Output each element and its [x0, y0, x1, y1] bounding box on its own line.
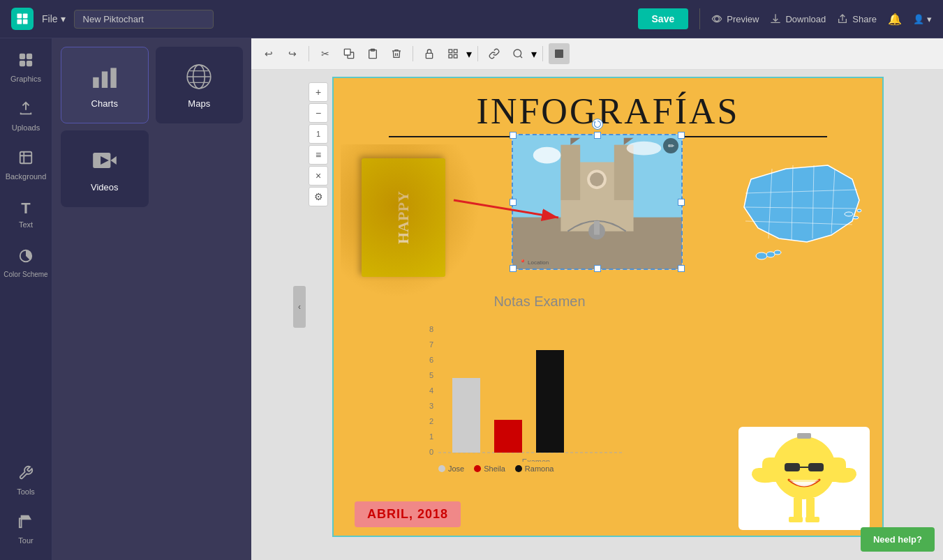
svg-rect-2	[17, 20, 22, 24]
panel-card-maps[interactable]: Maps	[156, 47, 244, 123]
topbar-right: Save Preview Download Share 🔔 👤▾	[638, 8, 932, 29]
svg-rect-6	[27, 54, 31, 59]
notifications-bell[interactable]: 🔔	[888, 13, 902, 26]
sidebar-label-color-scheme: Color Scheme	[3, 271, 47, 278]
lightbulb-area	[738, 427, 870, 530]
align-button[interactable]: ≡	[309, 145, 328, 165]
maps-icon	[184, 62, 214, 91]
search-button[interactable]	[507, 43, 528, 64]
svg-point-61	[774, 250, 781, 255]
bar-chart-svg: 0 1 2 3 4 5 6 7 8 9	[417, 315, 627, 462]
preview-button[interactable]: Preview	[711, 13, 759, 24]
svg-text:Examen: Examen	[522, 457, 550, 462]
save-button[interactable]: Save	[638, 8, 689, 29]
paste-button[interactable]	[362, 43, 383, 64]
spain-map-svg	[730, 151, 870, 270]
canvas-wrapper[interactable]: + − 1 ≡ × ⚙ ‹ INFOGRAFÍAS	[251, 70, 943, 560]
grid-button[interactable]	[443, 43, 463, 64]
share-button[interactable]: Share	[837, 13, 877, 24]
canvas-container: + − 1 ≡ × ⚙ ‹ INFOGRAFÍAS	[306, 77, 889, 537]
legend-label-ramona: Ramona	[525, 464, 554, 473]
cut-button[interactable]: ✂	[315, 43, 336, 64]
legend-ramona: Ramona	[515, 464, 554, 473]
maps-label: Maps	[188, 98, 210, 109]
sidebar-item-background[interactable]: Background	[2, 142, 50, 189]
canvas-left-controls: + − 1 ≡ × ⚙	[306, 77, 331, 212]
arrow-pointer	[447, 186, 569, 228]
svg-rect-87	[789, 517, 803, 522]
settings-button[interactable]: ⚙	[309, 187, 328, 206]
canvas-editor: ↩ ↪ ✂ ▾	[251, 38, 943, 560]
svg-text:1: 1	[429, 432, 433, 441]
frame-button[interactable]	[549, 43, 570, 64]
legend-dot-jose	[438, 465, 445, 472]
svg-point-47	[627, 142, 662, 156]
sidebar-item-text[interactable]: T Text	[2, 190, 50, 238]
svg-line-51	[454, 200, 558, 218]
tools-icon	[18, 465, 34, 485]
svg-rect-29	[454, 50, 457, 53]
undo-button[interactable]: ↩	[258, 43, 279, 64]
sidebar-label-graphics: Graphics	[10, 75, 41, 83]
sidebar-item-tour[interactable]: Tour	[2, 506, 50, 553]
filename-input[interactable]	[74, 10, 214, 29]
abril-badge: ABRIL, 2018	[355, 501, 461, 527]
download-button[interactable]: Download	[770, 13, 826, 24]
svg-rect-28	[449, 50, 452, 53]
infographic-canvas[interactable]: INFOGRAFÍAS HAPPY	[332, 77, 884, 537]
svg-rect-85	[794, 498, 802, 519]
legend-dot-ramona	[515, 465, 522, 472]
svg-point-32	[514, 50, 521, 57]
lock-button[interactable]	[419, 43, 440, 64]
sidebar-item-graphics[interactable]: Graphics	[2, 44, 50, 91]
svg-marker-21	[110, 156, 116, 165]
panel-card-videos[interactable]: Videos	[61, 130, 149, 207]
svg-rect-13	[102, 71, 107, 88]
sidebar-item-uploads[interactable]: Uploads	[2, 93, 50, 140]
charts-label: Charts	[91, 98, 118, 109]
svg-rect-45	[594, 221, 600, 235]
sidebar-item-tools[interactable]: Tools	[2, 457, 50, 504]
remove-button[interactable]: ×	[309, 166, 328, 186]
copy-button[interactable]	[339, 43, 359, 64]
svg-rect-3	[23, 20, 28, 24]
legend-sheila: Sheila	[474, 464, 505, 473]
svg-rect-8	[27, 61, 31, 66]
videos-label: Videos	[91, 182, 119, 192]
collapse-panel-button[interactable]: ‹	[293, 286, 306, 328]
sidebar-label-tour: Tour	[18, 536, 33, 545]
svg-rect-5	[20, 54, 24, 59]
svg-text:2: 2	[429, 417, 433, 425]
svg-rect-78	[536, 350, 564, 453]
color-scheme-icon	[18, 248, 34, 268]
svg-text:5: 5	[429, 371, 433, 379]
svg-line-33	[520, 56, 522, 58]
redo-button[interactable]: ↪	[282, 43, 303, 64]
user-menu[interactable]: 👤▾	[913, 14, 932, 24]
sidebar-label-background: Background	[6, 172, 47, 181]
spain-map-area	[730, 151, 870, 277]
zoom-in-button[interactable]: +	[309, 82, 328, 102]
legend-jose: Jose	[438, 464, 464, 473]
sidebar: Graphics Uploads Background T Text Color…	[0, 38, 52, 560]
zoom-reset-button[interactable]: 1	[309, 124, 328, 144]
infographic-title: INFOGRAFÍAS	[334, 78, 882, 136]
link-button[interactable]	[484, 43, 505, 64]
legend-dot-sheila	[474, 465, 481, 472]
svg-point-62	[845, 212, 853, 216]
legend-label-sheila: Sheila	[484, 464, 505, 473]
book-decoration: HAPPY	[362, 158, 445, 277]
chart-area: Notas Examen 0 1 2 3 4 5 6 7 8	[417, 294, 662, 473]
svg-text:4: 4	[429, 386, 433, 395]
svg-rect-24	[344, 49, 350, 55]
svg-rect-9	[20, 152, 32, 164]
delete-button[interactable]	[386, 43, 407, 64]
zoom-out-button[interactable]: −	[309, 103, 328, 123]
panel-card-charts[interactable]: Charts	[61, 47, 149, 123]
svg-point-4	[715, 17, 720, 22]
uploads-icon	[18, 101, 34, 121]
svg-rect-82	[808, 463, 824, 471]
need-help-button[interactable]: Need help?	[861, 527, 935, 552]
sidebar-item-color-scheme[interactable]: Color Scheme	[2, 239, 50, 287]
file-menu[interactable]: File ▾	[42, 13, 66, 24]
